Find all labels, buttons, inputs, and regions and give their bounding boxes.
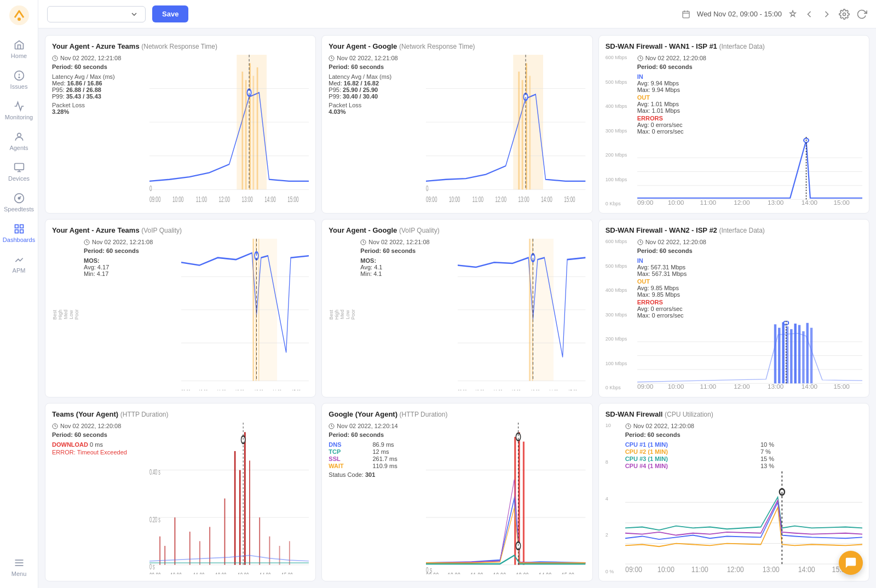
svg-text:10:00: 10:00	[172, 195, 183, 204]
svg-rect-29	[252, 76, 254, 189]
card-teams-http-chart: 0.40 s 0.20 s 0 s 09:00 10:00 11:00 12:0…	[149, 423, 309, 574]
sidebar-item-issues[interactable]: Issues	[0, 65, 38, 95]
sidebar-item-agents[interactable]: Agents	[0, 126, 38, 157]
svg-text:11:00: 11:00	[196, 195, 207, 204]
card-sdwan-wan1-stats: Nov 02 2022, 12:20:08 Period: 60 seconds…	[637, 55, 862, 135]
svg-point-19	[843, 13, 846, 15]
svg-rect-117	[782, 322, 784, 384]
card-sdwan-wan1: SD-WAN Firewall - WAN1 - ISP #1 (Interfa…	[598, 35, 869, 214]
app-logo[interactable]	[9, 5, 29, 25]
svg-rect-27	[245, 80, 247, 189]
svg-text:09:00: 09:00	[426, 195, 437, 204]
card-teams-http-title: Teams (Your Agent) (HTTP Duration)	[52, 410, 309, 418]
svg-text:10:00: 10:00	[170, 572, 182, 574]
svg-text:13:00: 13:00	[238, 572, 249, 574]
svg-rect-30	[257, 67, 258, 189]
svg-rect-141	[189, 532, 191, 565]
card-sdwan-wan2-chart: 09:00 10:00 11:00 12:00 13:00 14:00 15:0…	[637, 321, 862, 390]
svg-rect-148	[249, 460, 250, 564]
sidebar-item-home[interactable]: Home	[0, 34, 38, 65]
svg-text:12:00: 12:00	[219, 195, 230, 204]
svg-text:14:00: 14:00	[264, 195, 275, 204]
svg-text:10:00: 10:00	[667, 200, 683, 206]
svg-text:13:00: 13:00	[518, 195, 529, 204]
svg-rect-171	[523, 442, 525, 565]
svg-text:15:00: 15:00	[292, 388, 301, 390]
card-google-network-stats: Nov 02 2022, 12:21:08 Period: 60 seconds…	[328, 55, 422, 206]
save-button[interactable]: Save	[152, 5, 188, 22]
svg-text:13:00: 13:00	[531, 388, 540, 390]
svg-text:15:00: 15:00	[568, 388, 578, 390]
sidebar-menu-button[interactable]: Menu	[0, 552, 38, 583]
date-range: Wed Nov 02, 09:00 - 15:00	[697, 10, 782, 18]
svg-text:09:00: 09:00	[149, 572, 161, 574]
voip-y-labels: BestHighMedLowPoor	[52, 239, 79, 390]
card-sdwan-wan2: SD-WAN Firewall - WAN2 - ISP #2 (Interfa…	[598, 219, 869, 397]
dashboard-grid: Your Agent - Azure Teams (Network Respon…	[38, 28, 876, 588]
svg-text:11:00: 11:00	[700, 384, 716, 390]
svg-rect-139	[164, 546, 165, 565]
svg-rect-146	[239, 470, 241, 565]
card-sdwan-cpu: SD-WAN Firewall (CPU Utilization) 108420…	[598, 403, 869, 581]
svg-rect-26	[241, 72, 243, 189]
svg-text:11:00: 11:00	[700, 200, 716, 206]
svg-text:09:00: 09:00	[426, 571, 439, 574]
sidebar-item-dashboards[interactable]: Dashboards	[0, 218, 38, 249]
svg-text:15:00: 15:00	[833, 200, 849, 206]
chevron-left-icon[interactable]	[804, 9, 815, 20]
pin-icon[interactable]	[788, 10, 797, 19]
svg-text:0: 0	[149, 185, 152, 193]
svg-text:09:00: 09:00	[625, 565, 642, 574]
svg-rect-144	[224, 499, 226, 565]
svg-text:11:00: 11:00	[472, 195, 483, 204]
chat-bubble[interactable]	[839, 551, 863, 575]
svg-rect-15	[683, 11, 689, 18]
svg-text:12:00: 12:00	[495, 195, 506, 204]
svg-text:14:00: 14:00	[260, 572, 271, 574]
google-voip-y-labels: BestHighMedLowPoor	[328, 239, 356, 390]
sidebar-item-monitoring-label: Monitoring	[5, 114, 33, 120]
svg-text:0: 0	[426, 185, 429, 193]
svg-rect-50	[529, 76, 531, 189]
svg-text:12:00: 12:00	[727, 565, 744, 574]
card-google-http: Google (Your Agent) (HTTP Duration) Nov …	[321, 403, 592, 581]
svg-point-7	[18, 197, 20, 199]
sidebar-item-apm-label: APM	[13, 267, 26, 274]
svg-rect-83	[258, 239, 260, 381]
card-teams-http: Teams (Your Agent) (HTTP Duration) Nov 0…	[45, 403, 316, 581]
svg-text:12:00: 12:00	[734, 200, 750, 206]
card-google-network: Your Agent - Google (Network Response Ti…	[321, 35, 592, 214]
sidebar-menu-label: Menu	[11, 570, 27, 577]
card-sdwan-wan2-stats: Nov 02 2022, 12:20:08 Period: 60 seconds…	[637, 239, 862, 319]
svg-text:14:00: 14:00	[801, 200, 817, 206]
cpu-y-labels: 108420 %	[606, 423, 621, 574]
svg-rect-6	[14, 164, 24, 170]
svg-point-0	[9, 5, 29, 25]
sdwan-wan2-y-labels: 600 Mbps500 Mbps400 Mbps300 Mbps200 Mbps…	[606, 239, 633, 390]
settings-icon[interactable]	[839, 9, 850, 20]
svg-rect-81	[253, 239, 254, 381]
svg-text:0.40 s: 0.40 s	[149, 468, 160, 476]
sdwan-wan1-y-labels: 600 Mbps500 Mbps400 Mbps300 Mbps200 Mbps…	[606, 55, 633, 206]
dashboard-select[interactable]	[47, 6, 146, 22]
card-sdwan-cpu-stats: Nov 02 2022, 12:20:08 Period: 60 seconds…	[625, 423, 862, 469]
sidebar-item-apm[interactable]: APM	[0, 249, 38, 279]
sidebar-item-monitoring[interactable]: Monitoring	[0, 95, 38, 126]
sidebar-item-devices[interactable]: Devices	[0, 157, 38, 187]
sidebar-item-dashboards-label: Dashboards	[3, 237, 35, 243]
card-sdwan-wan1-title: SD-WAN Firewall - WAN1 - ISP #1 (Interfa…	[606, 42, 862, 50]
svg-text:15:00: 15:00	[287, 195, 298, 204]
sidebar-item-speedtests[interactable]: Speedtests	[0, 187, 38, 218]
svg-text:14:00: 14:00	[539, 571, 551, 574]
svg-text:11:00: 11:00	[691, 565, 708, 574]
svg-text:13:00: 13:00	[516, 571, 529, 574]
svg-text:13:00: 13:00	[254, 388, 263, 390]
sidebar-item-devices-label: Devices	[8, 175, 30, 182]
card-sdwan-wan1-chart: 09:00 10:00 11:00 12:00 13:00 14:00 15:0…	[637, 137, 862, 206]
svg-rect-122	[802, 331, 804, 383]
card-azure-teams-voip-chart: 09:00 10:00 11:00 12:00 13:00 14:00 15:0…	[181, 239, 309, 390]
chevron-right-icon[interactable]	[821, 9, 832, 20]
refresh-icon[interactable]	[856, 9, 867, 20]
svg-text:15:00: 15:00	[564, 195, 575, 204]
svg-text:14:00: 14:00	[801, 384, 817, 390]
